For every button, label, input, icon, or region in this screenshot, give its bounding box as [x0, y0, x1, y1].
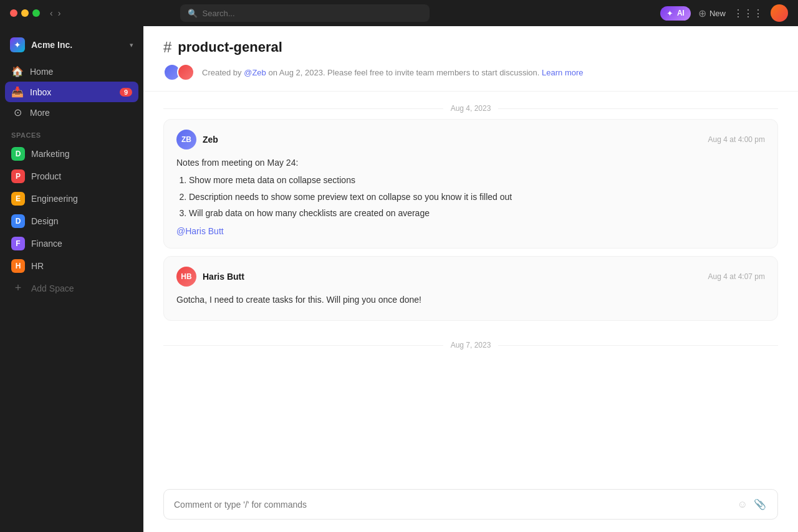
minimize-dot[interactable]	[21, 9, 29, 17]
maximize-dot[interactable]	[32, 9, 40, 17]
spaces-section-title: Spaces	[0, 123, 143, 143]
sidebar-item-label: Home	[30, 67, 132, 77]
titlebar: ‹ › 🔍 ✦ AI ⊕ New ⋮⋮⋮	[0, 0, 798, 26]
sidebar-nav: 🏠 Home 📥 Inbox 9 ⊙ More	[0, 61, 143, 123]
author-avatar-haris: HB	[176, 267, 196, 287]
workspace-logo: ✦	[10, 37, 25, 52]
divider-line	[163, 108, 443, 109]
plus-icon: ⊕	[698, 7, 706, 19]
close-dot[interactable]	[10, 9, 17, 17]
plus-icon: +	[11, 282, 25, 295]
date-label: Aug 7, 2023	[451, 341, 491, 349]
sidebar-item-design[interactable]: D Design	[5, 210, 138, 232]
comment-area: ☺ 📎	[143, 479, 798, 532]
message-header: ZB Zeb Aug 4 at 4:00 pm	[176, 130, 765, 150]
message-body-haris: Gotcha, I need to create tasks for this.…	[176, 293, 765, 306]
comment-input-box: ☺ 📎	[163, 489, 778, 520]
space-label-marketing: Marketing	[31, 149, 69, 159]
space-badge-hr: H	[11, 259, 25, 273]
chevron-down-icon: ▾	[130, 41, 133, 49]
hash-icon: #	[163, 39, 171, 56]
description-mention[interactable]: @Zeb	[244, 68, 266, 77]
channel-description: Created by @Zeb on Aug 2, 2023. Please f…	[202, 68, 584, 77]
new-button[interactable]: ⊕ New	[698, 7, 726, 19]
grid-icon[interactable]: ⋮⋮⋮	[733, 7, 763, 19]
message-card-haris: HB Haris Butt Aug 4 at 4:07 pm Gotcha, I…	[163, 256, 778, 321]
titlebar-right: ✦ AI ⊕ New ⋮⋮⋮	[660, 4, 788, 22]
date-divider-aug7: Aug 7, 2023	[163, 328, 778, 356]
channel-title-row: # product-general	[163, 39, 778, 56]
sidebar-item-home[interactable]: 🏠 Home	[5, 61, 138, 82]
message-time: Aug 4 at 4:07 pm	[708, 272, 765, 281]
forward-arrow[interactable]: ›	[58, 8, 61, 18]
sidebar-item-more[interactable]: ⊙ More	[5, 102, 138, 123]
divider-line	[498, 345, 778, 346]
new-label: New	[709, 9, 726, 18]
message-intro: Notes from meeting on May 24:	[176, 156, 765, 169]
date-divider-aug4: Aug 4, 2023	[163, 92, 778, 119]
space-label-product: Product	[31, 171, 61, 181]
channel-title: product-general	[178, 39, 282, 55]
logo-icon: ✦	[14, 40, 21, 50]
attach-button[interactable]: 📎	[752, 497, 767, 511]
author-name: Haris Butt	[203, 272, 244, 282]
emoji-button[interactable]: ☺	[736, 498, 749, 511]
space-badge-engineering: E	[11, 192, 25, 206]
author-name: Zeb	[203, 135, 218, 145]
sidebar-item-engineering[interactable]: E Engineering	[5, 188, 138, 210]
sidebar-item-label: Inbox	[30, 87, 113, 97]
space-label-hr: HR	[31, 261, 44, 271]
user-avatar[interactable]	[771, 4, 788, 22]
channel-header: # product-general Created by @Zeb on Aug…	[143, 26, 798, 92]
app-body: ✦ Acme Inc. ▾ 🏠 Home 📥 Inbox 9 ⊙ More Sp…	[0, 26, 798, 532]
search-icon: 🔍	[188, 9, 198, 18]
channel-members: Created by @Zeb on Aug 2, 2023. Please f…	[163, 64, 778, 81]
comment-actions: ☺ 📎	[736, 497, 767, 511]
list-item: Will grab data on how many checklists ar…	[189, 206, 765, 220]
message-list: Show more meta data on collapse sections…	[176, 173, 765, 220]
learn-more-link[interactable]: Learn more	[542, 68, 583, 77]
divider-line	[498, 108, 778, 109]
workspace-header[interactable]: ✦ Acme Inc. ▾	[0, 34, 143, 61]
window-controls	[10, 9, 40, 17]
add-space-label: Add Space	[31, 283, 74, 293]
more-icon: ⊙	[11, 107, 24, 118]
list-item: Description needs to show some preview t…	[189, 190, 765, 204]
sidebar-item-hr[interactable]: H HR	[5, 255, 138, 277]
message-mention[interactable]: @Haris Butt	[176, 226, 224, 236]
search-bar[interactable]: 🔍	[180, 4, 430, 22]
date-label: Aug 4, 2023	[451, 104, 491, 113]
message-author: HB Haris Butt	[176, 267, 244, 287]
message-time: Aug 4 at 4:00 pm	[708, 135, 765, 144]
sidebar-item-marketing[interactable]: D Marketing	[5, 143, 138, 165]
message-header: HB Haris Butt Aug 4 at 4:07 pm	[176, 267, 765, 287]
message-author: ZB Zeb	[176, 130, 218, 150]
sidebar-item-finance[interactable]: F Finance	[5, 232, 138, 255]
space-badge-finance: F	[11, 237, 25, 250]
spaces-list: D Marketing P Product E Engineering D De…	[0, 143, 143, 277]
divider-line	[163, 345, 443, 346]
inbox-badge: 9	[120, 88, 132, 97]
sidebar-item-label: More	[30, 108, 132, 118]
messages-area: Aug 4, 2023 ZB Zeb Aug 4 at 4:00 pm Note…	[143, 92, 798, 479]
back-arrow[interactable]: ‹	[50, 8, 53, 18]
message-body-zeb: Notes from meeting on May 24: Show more …	[176, 156, 765, 238]
description-prefix: Created by	[202, 68, 244, 77]
sidebar-item-inbox[interactable]: 📥 Inbox 9	[5, 82, 138, 102]
search-input[interactable]	[203, 9, 422, 18]
member-avatar-2	[177, 64, 195, 81]
sidebar-item-product[interactable]: P Product	[5, 165, 138, 188]
space-label-finance: Finance	[31, 239, 62, 249]
add-space-button[interactable]: + Add Space	[5, 277, 138, 299]
description-middle: on Aug 2, 2023. Please feel free to invi…	[266, 68, 540, 77]
comment-input[interactable]	[174, 500, 730, 510]
ai-button[interactable]: ✦ AI	[660, 6, 691, 21]
ai-label: AI	[677, 9, 685, 17]
space-badge-marketing: D	[11, 147, 25, 161]
space-badge-design: D	[11, 214, 25, 228]
home-icon: 🏠	[11, 65, 24, 77]
message-card-zeb: ZB Zeb Aug 4 at 4:00 pm Notes from meeti…	[163, 119, 778, 249]
nav-arrows: ‹ ›	[50, 8, 60, 18]
ai-icon: ✦	[666, 9, 673, 18]
author-avatar-zeb: ZB	[176, 130, 196, 150]
